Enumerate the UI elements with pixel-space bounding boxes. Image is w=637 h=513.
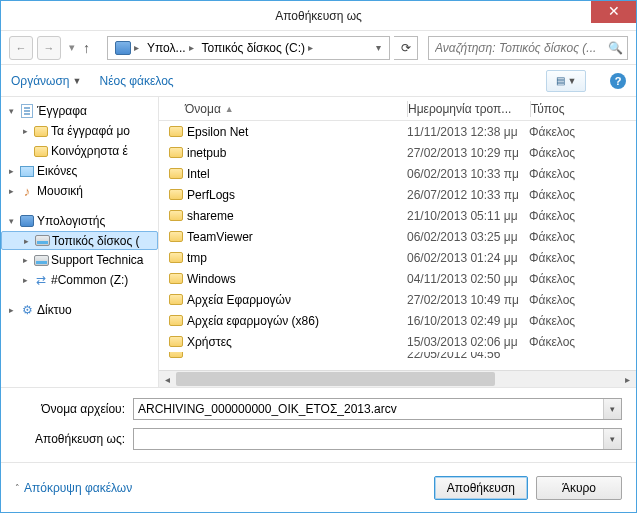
file-pane: Όνομα ▲ Ημερομηνία τροπ... Τύπος Epsilon… [159,97,636,387]
help-button[interactable]: ? [610,73,626,89]
network-icon: ⚙ [19,303,35,317]
file-date: 27/02/2013 10:49 πμ [407,293,529,307]
expand-icon[interactable]: ▸ [5,305,17,315]
expand-icon[interactable]: ▸ [5,186,17,196]
breadcrumb-dropdown[interactable]: ▾ [372,42,385,53]
disk-icon [34,255,49,266]
tree-node-support[interactable]: ▸ Support Technica [1,250,158,270]
file-row[interactable]: tmp06/02/2013 01:24 μμΦάκελος [159,247,636,268]
file-type: Φάκελος [529,146,636,160]
save-as-type-field[interactable]: ▾ [133,428,622,450]
folder-icon [169,210,183,221]
filename-dropdown[interactable]: ▾ [603,399,621,419]
file-row[interactable]: Intel06/02/2013 10:33 πμΦάκελος [159,163,636,184]
file-list[interactable]: Epsilon Net11/11/2013 12:38 μμΦάκελοςine… [159,121,636,370]
new-folder-button[interactable]: Νέος φάκελος [99,74,173,88]
collapse-icon[interactable]: ▾ [5,106,17,116]
expand-icon[interactable]: ▸ [19,275,31,285]
save-button[interactable]: Αποθήκευση [434,476,528,500]
hide-folders-toggle[interactable]: ˄ Απόκρυψη φακέλων [15,481,132,495]
cancel-button[interactable]: Άκυρο [536,476,622,500]
search-input[interactable] [433,40,608,56]
collapse-icon[interactable]: ▾ [5,216,17,226]
folder-icon [169,147,183,158]
breadcrumb-computer[interactable]: Υπολ... ▸ [144,37,197,59]
expand-icon[interactable]: ▸ [19,126,31,136]
filename-field[interactable]: ▾ [133,398,622,420]
file-row[interactable]: 22/05/2012 04:56 [159,352,636,363]
filename-input[interactable] [134,402,603,416]
tree-node-music[interactable]: ▸ ♪ Μουσική [1,181,158,201]
folder-icon [34,126,48,137]
expand-icon[interactable]: ▸ [20,236,32,246]
search-icon: 🔍 [608,41,623,55]
tree-label: Μουσική [37,184,83,198]
scroll-right-button[interactable]: ▸ [619,371,636,387]
chevron-right-icon: ▸ [189,42,194,53]
scroll-thumb[interactable] [176,372,495,386]
file-row[interactable]: Epsilon Net11/11/2013 12:38 μμΦάκελος [159,121,636,142]
column-header-name[interactable]: Όνομα ▲ [159,102,407,116]
file-name: PerfLogs [187,188,407,202]
view-icon: ▤ [556,75,565,86]
tree-node-pictures[interactable]: ▸ Εικόνες [1,161,158,181]
tree-node-my-documents[interactable]: ▸ Τα έγγραφά μο [1,121,158,141]
file-row[interactable]: Αρχεία εφαρμογών (x86)16/10/2013 02:49 μ… [159,310,636,331]
organize-menu[interactable]: Οργάνωση ▼ [11,74,81,88]
arrow-left-icon: ← [16,42,27,54]
file-row[interactable]: PerfLogs26/07/2012 10:33 πμΦάκελος [159,184,636,205]
file-row[interactable]: Αρχεία Εφαρμογών27/02/2013 10:49 πμΦάκελ… [159,289,636,310]
file-name: Intel [187,167,407,181]
file-row[interactable]: TeamViewer06/02/2013 03:25 μμΦάκελος [159,226,636,247]
tree-label: Τοπικός δίσκος ( [52,234,140,248]
folder-tree[interactable]: ▾ Έγγραφα ▸ Τα έγγραφά μο Κοινόχρηστα έ … [1,97,159,387]
tree-node-local-disk[interactable]: ▸ Τοπικός δίσκος ( [1,231,158,250]
scroll-left-button[interactable]: ◂ [159,371,176,387]
close-button[interactable]: ✕ [591,1,636,23]
sort-asc-icon: ▲ [225,104,234,114]
file-name: inetpub [187,146,407,160]
nav-forward-button[interactable]: → [37,36,61,60]
tree-node-common[interactable]: ▸ ⇄ #Common (Z:) [1,270,158,290]
file-row[interactable]: inetpub27/02/2013 10:29 πμΦάκελος [159,142,636,163]
expand-icon[interactable]: ▸ [5,166,17,176]
nav-back-button[interactable]: ← [9,36,33,60]
file-type: Φάκελος [529,188,636,202]
file-row[interactable]: Windows04/11/2013 02:50 μμΦάκελος [159,268,636,289]
breadcrumb-root[interactable]: ▸ [112,37,142,59]
column-header-type[interactable]: Τύπος [531,102,636,116]
search-box[interactable]: 🔍 [428,36,628,60]
file-name: Epsilon Net [187,125,407,139]
breadcrumb[interactable]: ▸ Υπολ... ▸ Τοπικός δίσκος (C:) ▸ ▾ [107,36,390,60]
file-type: Φάκελος [529,167,636,181]
tree-label: Τα έγγραφά μο [51,124,130,138]
expand-icon[interactable]: ▸ [19,255,31,265]
scroll-track[interactable] [176,371,619,387]
tree-node-public-documents[interactable]: Κοινόχρηστα έ [1,141,158,161]
refresh-button[interactable]: ⟳ [394,36,418,60]
file-row[interactable]: shareme21/10/2013 05:11 μμΦάκελος [159,205,636,226]
refresh-icon: ⟳ [401,41,411,55]
tree-node-network[interactable]: ▸ ⚙ Δίκτυο [1,300,158,320]
save-as-type-input[interactable] [134,432,603,446]
view-options-button[interactable]: ▤ ▼ [546,70,586,92]
save-as-type-dropdown[interactable]: ▾ [603,429,621,449]
horizontal-scrollbar[interactable]: ◂ ▸ [159,370,636,387]
arrow-right-icon: → [44,42,55,54]
tree-label: Κοινόχρηστα έ [51,144,128,158]
column-header-date[interactable]: Ημερομηνία τροπ... [408,102,530,116]
tree-node-computer[interactable]: ▾ Υπολογιστής [1,211,158,231]
toolbar: Οργάνωση ▼ Νέος φάκελος ▤ ▼ ? [1,65,636,97]
breadcrumb-local-disk[interactable]: Τοπικός δίσκος (C:) ▸ [199,37,317,59]
disk-icon [35,235,50,246]
nav-history-dropdown[interactable]: ▾ [65,36,79,60]
file-name: Windows [187,272,407,286]
dialog-body: ▾ Έγγραφα ▸ Τα έγγραφά μο Κοινόχρηστα έ … [1,97,636,388]
form-area: Όνομα αρχείου: ▾ Αποθήκευση ως: ▾ [1,388,636,458]
nav-up-button[interactable]: ↑ [83,40,103,56]
tree-label: #Common (Z:) [51,273,128,287]
tree-node-documents[interactable]: ▾ Έγγραφα [1,101,158,121]
tree-label: Εικόνες [37,164,77,178]
folder-icon [169,231,183,242]
file-row[interactable]: Χρήστες15/03/2013 02:06 μμΦάκελος [159,331,636,352]
